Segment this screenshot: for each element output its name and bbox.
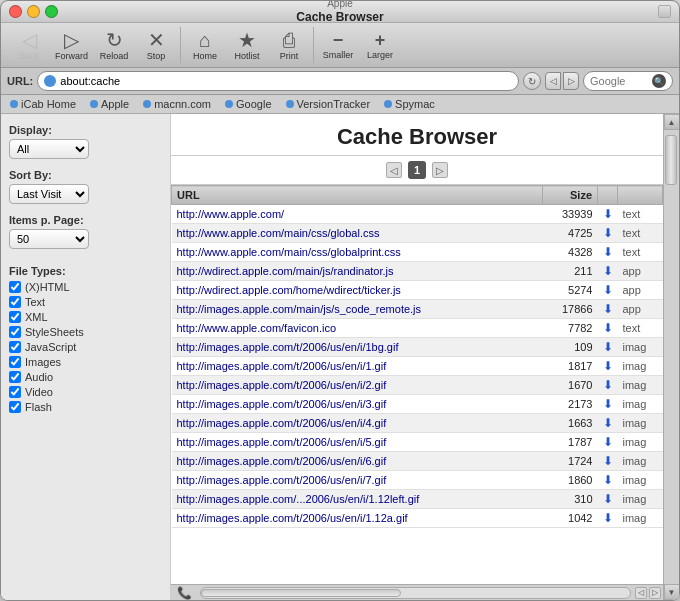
- scroll-down-button[interactable]: ▼: [664, 584, 680, 600]
- prev-page-button[interactable]: ◁: [386, 162, 402, 178]
- filetype-javascript[interactable]: JavaScript: [9, 341, 162, 353]
- url-cell[interactable]: http://images.apple.com/t/2006/us/en/i/6…: [172, 452, 543, 471]
- download-arrow[interactable]: ⬇: [603, 321, 613, 335]
- url-cell[interactable]: http://images.apple.com/t/2006/us/en/i/5…: [172, 433, 543, 452]
- download-cell[interactable]: ⬇: [598, 205, 618, 224]
- url-refresh-button[interactable]: ↻: [523, 72, 541, 90]
- download-cell[interactable]: ⬇: [598, 471, 618, 490]
- download-cell[interactable]: ⬇: [598, 338, 618, 357]
- search-input[interactable]: [590, 75, 648, 87]
- maximize-button[interactable]: [45, 5, 58, 18]
- url-nav-left[interactable]: ◁: [545, 72, 561, 90]
- filetype-video[interactable]: Video: [9, 386, 162, 398]
- url-cell[interactable]: http://images.apple.com/t/2006/us/en/i/1…: [172, 338, 543, 357]
- filetype-audio[interactable]: Audio: [9, 371, 162, 383]
- display-select[interactable]: All Text Images Other: [9, 139, 89, 159]
- scroll-right-button[interactable]: ▷: [649, 587, 661, 599]
- next-page-button[interactable]: ▷: [432, 162, 448, 178]
- horizontal-scroll-thumb[interactable]: [201, 589, 401, 597]
- url-cell[interactable]: http://www.apple.com/main/css/global.css: [172, 224, 543, 243]
- scroll-up-button[interactable]: ▲: [664, 114, 680, 130]
- download-arrow[interactable]: ⬇: [603, 226, 613, 240]
- close-button[interactable]: [9, 5, 22, 18]
- bookmark-versiontracker[interactable]: VersionTracker: [283, 97, 374, 111]
- filetype-images[interactable]: Images: [9, 356, 162, 368]
- download-arrow[interactable]: ⬇: [603, 473, 613, 487]
- filetype-xhtml[interactable]: (X)HTML: [9, 281, 162, 293]
- size-cell: 33939: [543, 205, 598, 224]
- reload-button[interactable]: ↻ Reload: [94, 28, 134, 63]
- scroll-track[interactable]: [664, 130, 679, 584]
- download-cell[interactable]: ⬇: [598, 414, 618, 433]
- url-cell[interactable]: http://images.apple.com/t/2006/us/en/i/1…: [172, 509, 543, 528]
- filetype-flash[interactable]: Flash: [9, 401, 162, 413]
- download-arrow[interactable]: ⬇: [603, 359, 613, 373]
- download-arrow[interactable]: ⬇: [603, 397, 613, 411]
- download-cell[interactable]: ⬇: [598, 509, 618, 528]
- download-arrow[interactable]: ⬇: [603, 283, 613, 297]
- sortby-select[interactable]: Last Visit URL Size Type: [9, 184, 89, 204]
- download-cell[interactable]: ⬇: [598, 243, 618, 262]
- print-button[interactable]: ⎙ Print: [269, 28, 309, 63]
- filetype-stylesheets[interactable]: StyleSheets: [9, 326, 162, 338]
- download-arrow[interactable]: ⬇: [603, 264, 613, 278]
- filetype-xml[interactable]: XML: [9, 311, 162, 323]
- url-cell[interactable]: http://www.apple.com/favicon.ico: [172, 319, 543, 338]
- hotlist-button[interactable]: ★ Hotlist: [227, 28, 267, 63]
- download-arrow[interactable]: ⬇: [603, 511, 613, 525]
- minimize-button[interactable]: [27, 5, 40, 18]
- back-button[interactable]: ◁ Back: [9, 28, 49, 63]
- bookmark-macnn[interactable]: macnn.com: [140, 97, 214, 111]
- url-cell[interactable]: http://images.apple.com/t/2006/us/en/i/7…: [172, 471, 543, 490]
- url-cell[interactable]: http://images.apple.com/t/2006/us/en/i/3…: [172, 395, 543, 414]
- download-arrow[interactable]: ⬇: [603, 302, 613, 316]
- bookmark-google[interactable]: Google: [222, 97, 274, 111]
- stop-button[interactable]: ✕ Stop: [136, 28, 176, 63]
- bookmark-apple[interactable]: Apple: [87, 97, 132, 111]
- download-arrow[interactable]: ⬇: [603, 454, 613, 468]
- download-cell[interactable]: ⬇: [598, 262, 618, 281]
- download-cell[interactable]: ⬇: [598, 433, 618, 452]
- download-cell[interactable]: ⬇: [598, 452, 618, 471]
- download-arrow[interactable]: ⬇: [603, 378, 613, 392]
- url-cell[interactable]: http://images.apple.com/t/2006/us/en/i/4…: [172, 414, 543, 433]
- scroll-left-button[interactable]: ◁: [635, 587, 647, 599]
- url-cell[interactable]: http://www.apple.com/main/css/globalprin…: [172, 243, 543, 262]
- download-arrow[interactable]: ⬇: [603, 492, 613, 506]
- home-button[interactable]: ⌂ Home: [185, 28, 225, 63]
- url-cell[interactable]: http://www.apple.com/: [172, 205, 543, 224]
- larger-button[interactable]: + Larger: [360, 29, 400, 62]
- items-select[interactable]: 50 25 100: [9, 229, 89, 249]
- download-cell[interactable]: ⬇: [598, 281, 618, 300]
- url-cell[interactable]: http://wdirect.apple.com/home/wdirect/ti…: [172, 281, 543, 300]
- url-cell[interactable]: http://images.apple.com/...2006/us/en/i/…: [172, 490, 543, 509]
- download-cell[interactable]: ⬇: [598, 395, 618, 414]
- forward-button[interactable]: ▷ Forward: [51, 28, 92, 63]
- url-nav-right[interactable]: ▷: [563, 72, 579, 90]
- url-input[interactable]: [60, 75, 512, 87]
- download-arrow[interactable]: ⬇: [603, 435, 613, 449]
- download-arrow[interactable]: ⬇: [603, 340, 613, 354]
- url-cell[interactable]: http://images.apple.com/t/2006/us/en/i/2…: [172, 376, 543, 395]
- download-cell[interactable]: ⬇: [598, 300, 618, 319]
- download-cell[interactable]: ⬇: [598, 376, 618, 395]
- search-icon[interactable]: 🔍: [652, 74, 666, 88]
- bookmark-icab-home[interactable]: iCab Home: [7, 97, 79, 111]
- url-cell[interactable]: http://images.apple.com/main/js/s_code_r…: [172, 300, 543, 319]
- scroll-thumb[interactable]: [665, 135, 677, 185]
- download-cell[interactable]: ⬇: [598, 224, 618, 243]
- url-cell[interactable]: http://wdirect.apple.com/main/js/randina…: [172, 262, 543, 281]
- url-cell[interactable]: http://images.apple.com/t/2006/us/en/i/1…: [172, 357, 543, 376]
- horizontal-scroll-track[interactable]: [200, 587, 631, 599]
- window-resize-button[interactable]: [658, 5, 671, 18]
- download-arrow[interactable]: ⬇: [603, 207, 613, 221]
- download-cell[interactable]: ⬇: [598, 319, 618, 338]
- smaller-button[interactable]: − Smaller: [318, 29, 358, 62]
- table-row: http://www.apple.com/main/css/globalprin…: [172, 243, 663, 262]
- download-arrow[interactable]: ⬇: [603, 416, 613, 430]
- filetype-text[interactable]: Text: [9, 296, 162, 308]
- download-cell[interactable]: ⬇: [598, 357, 618, 376]
- bookmark-spymac[interactable]: Spymac: [381, 97, 438, 111]
- download-arrow[interactable]: ⬇: [603, 245, 613, 259]
- download-cell[interactable]: ⬇: [598, 490, 618, 509]
